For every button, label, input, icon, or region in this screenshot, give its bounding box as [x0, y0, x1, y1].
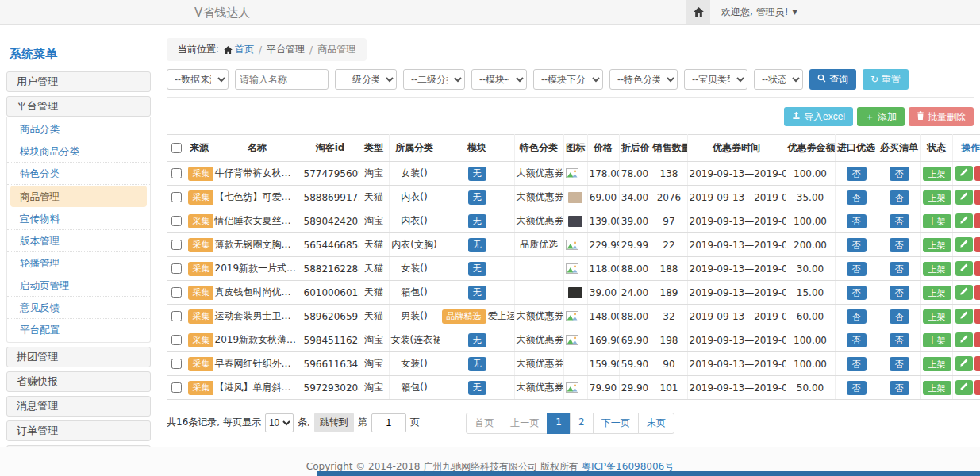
edit-button[interactable]	[955, 237, 973, 252]
must-buy-toggle[interactable]: 否	[890, 381, 909, 395]
sidebar-item-promo-material[interactable]: 宣传物料	[7, 208, 150, 230]
sidebar-item-carousel-management[interactable]: 轮播管理	[7, 252, 150, 274]
edit-button[interactable]	[955, 356, 973, 371]
import-select-toggle[interactable]: 否	[847, 357, 867, 371]
module-select[interactable]: --模块--	[471, 69, 527, 90]
delete-button[interactable]	[974, 356, 980, 371]
select-all-checkbox[interactable]	[171, 143, 182, 153]
sidebar-item-groupbuy-management[interactable]: 拼团管理	[6, 347, 151, 367]
jump-page-input[interactable]	[371, 413, 406, 432]
status-toggle[interactable]: 上架	[923, 286, 951, 300]
status-toggle[interactable]: 上架	[923, 357, 951, 371]
status-toggle[interactable]: 上架	[923, 190, 951, 205]
row-checkbox[interactable]	[171, 168, 182, 178]
must-buy-toggle[interactable]: 否	[890, 190, 909, 205]
import-select-toggle[interactable]: 否	[847, 238, 867, 252]
row-checkbox[interactable]	[171, 263, 182, 274]
row-checkbox[interactable]	[171, 382, 182, 393]
sidebar-item-platform-config[interactable]: 平台配置	[7, 319, 150, 340]
home-button[interactable]	[686, 0, 710, 24]
edit-button[interactable]	[955, 213, 973, 228]
status-select[interactable]: --状态--	[754, 69, 803, 90]
delete-button[interactable]	[974, 380, 980, 395]
feature-category-select[interactable]: --特色分类--	[609, 69, 678, 90]
delete-button[interactable]	[974, 237, 980, 252]
must-buy-toggle[interactable]: 否	[890, 214, 909, 228]
page-button-last[interactable]: 末页	[638, 413, 674, 434]
status-toggle[interactable]: 上架	[923, 309, 951, 324]
module-subcategory-select[interactable]: --模块下分类--	[533, 69, 603, 90]
sidebar-item-user-management[interactable]: 用户管理	[6, 71, 151, 92]
edit-button[interactable]	[955, 166, 973, 181]
status-toggle[interactable]: 上架	[923, 214, 951, 228]
batch-delete-button[interactable]: 批量删除	[909, 107, 974, 126]
delete-button[interactable]	[974, 309, 980, 324]
search-button[interactable]: 查询	[809, 69, 856, 90]
edit-button[interactable]	[955, 261, 973, 276]
sidebar-item-version-management[interactable]: 版本管理	[7, 230, 150, 252]
must-buy-toggle[interactable]: 否	[890, 238, 909, 252]
must-buy-toggle[interactable]: 否	[890, 357, 909, 371]
import-select-toggle[interactable]: 否	[847, 333, 867, 347]
sidebar-item-module-goods-category[interactable]: 模块商品分类	[7, 140, 150, 163]
sidebar-item-splash-page-management[interactable]: 启动页管理	[7, 274, 150, 297]
page-button-next[interactable]: 下一页	[593, 413, 639, 434]
delete-button[interactable]	[974, 261, 980, 276]
level1-category-select[interactable]: 一级分类	[335, 69, 397, 90]
status-toggle[interactable]: 上架	[923, 167, 951, 181]
add-button[interactable]: ＋ 添加	[857, 107, 905, 126]
edit-button[interactable]	[955, 309, 973, 324]
reset-button[interactable]: ↻ 重置	[863, 69, 909, 90]
status-toggle[interactable]: 上架	[923, 262, 951, 276]
row-checkbox[interactable]	[171, 335, 182, 345]
page-button-page-2[interactable]: 2	[570, 413, 594, 434]
status-toggle[interactable]: 上架	[923, 333, 951, 347]
sidebar-item-platform-management[interactable]: 平台管理	[6, 96, 151, 117]
edit-button[interactable]	[955, 190, 973, 205]
sidebar-item-goods-management[interactable]: 商品管理	[10, 186, 147, 207]
breadcrumb-home-link[interactable]: 首页	[224, 43, 254, 56]
sidebar-item-feature-category[interactable]: 特色分类	[7, 163, 150, 185]
import-select-toggle[interactable]: 否	[847, 309, 867, 324]
edit-button[interactable]	[955, 380, 973, 395]
sidebar-item-feedback[interactable]: 意见反馈	[7, 297, 150, 319]
page-button-page-1[interactable]: 1	[547, 413, 571, 434]
must-buy-toggle[interactable]: 否	[890, 262, 909, 276]
import-select-toggle[interactable]: 否	[847, 381, 867, 395]
import-select-toggle[interactable]: 否	[847, 262, 867, 276]
import-excel-button[interactable]: 导入excel	[784, 107, 853, 126]
edit-button[interactable]	[955, 285, 973, 300]
delete-button[interactable]	[974, 332, 980, 347]
name-input[interactable]	[235, 69, 329, 90]
item-type-select[interactable]: --宝贝类型--	[684, 69, 747, 90]
icp-link[interactable]: 粤ICP备16098006号	[582, 461, 674, 472]
delete-button[interactable]	[974, 213, 980, 228]
status-toggle[interactable]: 上架	[923, 238, 951, 252]
import-select-toggle[interactable]: 否	[847, 286, 867, 300]
sidebar-item-saving-express[interactable]: 省赚快报	[6, 371, 151, 392]
row-checkbox[interactable]	[171, 311, 182, 321]
row-checkbox[interactable]	[171, 359, 182, 369]
row-checkbox[interactable]	[171, 240, 182, 250]
must-buy-toggle[interactable]: 否	[890, 167, 909, 181]
per-page-select[interactable]: 10	[265, 413, 294, 432]
import-select-toggle[interactable]: 否	[847, 167, 867, 181]
row-checkbox[interactable]	[171, 192, 182, 202]
row-checkbox[interactable]	[171, 287, 182, 298]
jump-button[interactable]: 跳转到	[314, 413, 354, 432]
sidebar-item-goods-category[interactable]: 商品分类	[7, 118, 150, 140]
level2-category-select[interactable]: --二级分类--	[403, 69, 465, 90]
status-toggle[interactable]: 上架	[923, 381, 951, 395]
data-source-select[interactable]: --数据来源--	[167, 69, 229, 90]
delete-button[interactable]	[974, 166, 980, 181]
delete-button[interactable]	[974, 190, 980, 205]
row-checkbox[interactable]	[171, 216, 182, 226]
edit-button[interactable]	[955, 332, 973, 347]
must-buy-toggle[interactable]: 否	[890, 286, 909, 300]
import-select-toggle[interactable]: 否	[847, 214, 867, 228]
delete-button[interactable]	[974, 285, 980, 300]
sidebar-item-order-management[interactable]: 订单管理	[6, 420, 151, 441]
import-select-toggle[interactable]: 否	[847, 190, 867, 205]
must-buy-toggle[interactable]: 否	[890, 309, 909, 324]
sidebar-item-message-management[interactable]: 消息管理	[6, 396, 151, 416]
